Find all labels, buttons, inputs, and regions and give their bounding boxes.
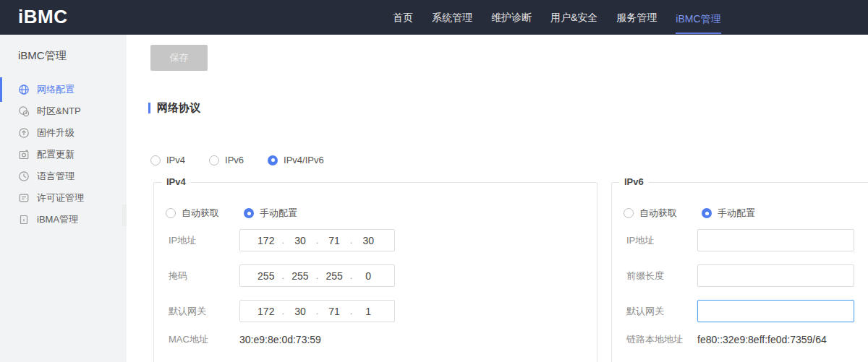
ipv6-link-local-row: 链路本地地址 fe80::32e9:8eff:fe0d:7359/64 xyxy=(626,333,827,346)
sidebar-item-license-management[interactable]: 许可证管理 xyxy=(0,187,127,209)
ipv4-gateway-row: 默认网关 172. 30. 71. 1 xyxy=(169,300,395,322)
ipv6-gateway-row: 默认网关 xyxy=(626,300,854,322)
sidebar-item-language-management[interactable]: 语言管理 xyxy=(0,165,127,187)
sidebar-item-label: 许可证管理 xyxy=(37,191,84,204)
sidebar-item-ibma-management[interactable]: iBMA管理 xyxy=(0,209,127,230)
ip-octet[interactable]: 172 xyxy=(250,306,282,317)
nav-user-security[interactable]: 用户&安全 xyxy=(550,0,597,35)
sidebar-menu: 网络配置 时区&NTP 固件升级 配置更新 语言管理 xyxy=(0,79,127,230)
protocol-radio-group: IPv4 IPv6 IPv4/IPv6 xyxy=(150,155,348,165)
ipv6-gateway-input[interactable] xyxy=(697,300,854,322)
field-label: 默认网关 xyxy=(626,305,697,318)
field-label: MAC地址 xyxy=(169,333,239,346)
sidebar-item-label: 网络配置 xyxy=(37,83,75,96)
ip-octet[interactable]: 30 xyxy=(352,235,384,246)
top-header: iBMC 首页 系统管理 维护诊断 用户&安全 服务管理 iBMC管理 xyxy=(0,0,868,35)
ipv6-panel: IPv6 自动获取 手动配置 IP地址 前缀长度 默认 xyxy=(611,182,868,362)
ipv4-mac-row: MAC地址 30:e9:8e:0d:73:59 xyxy=(169,333,321,346)
ipv6-ip-row: IP地址 xyxy=(626,229,854,251)
config-update-icon xyxy=(18,149,30,160)
main-content: 保存 网络协议 IPv4 IPv6 IPv4/IPv6 IPv4 自动获取 xyxy=(127,35,868,362)
network-icon xyxy=(18,84,30,95)
ip-octet[interactable]: 71 xyxy=(318,306,350,317)
section-header: 网络协议 xyxy=(148,101,200,115)
ip-octet[interactable]: 30 xyxy=(284,235,316,246)
field-label: 默认网关 xyxy=(169,305,239,318)
license-icon xyxy=(18,192,30,204)
sidebar-item-config-update[interactable]: 配置更新 xyxy=(0,144,127,165)
nav-maintenance-diagnosis[interactable]: 维护诊断 xyxy=(491,0,532,35)
sidebar: iBMC管理 网络配置 时区&NTP 固件升级 配置更新 xyxy=(0,35,127,362)
language-icon xyxy=(18,171,30,182)
ip-octet[interactable]: 1 xyxy=(352,306,384,317)
link-local-address-value: fe80::32e9:8eff:fe0d:7359/64 xyxy=(697,334,827,345)
ipv4-ip-row: IP地址 172. 30. 71. 30 xyxy=(169,229,395,251)
sidebar-item-firmware-upgrade[interactable]: 固件升级 xyxy=(0,122,127,144)
ipv6-mode-radio-group: 自动获取 手动配置 xyxy=(624,207,780,220)
ipv4-ip-input[interactable]: 172. 30. 71. 30 xyxy=(239,229,395,251)
ibma-icon xyxy=(18,214,30,225)
page-title: 网络协议 xyxy=(157,101,200,115)
ip-octet[interactable]: 0 xyxy=(352,270,384,282)
sidebar-item-network-config[interactable]: 网络配置 xyxy=(0,79,127,100)
radio-circle-icon xyxy=(244,208,254,218)
ip-octet[interactable]: 30 xyxy=(284,306,316,317)
section-accent-bar xyxy=(148,103,150,113)
ipv4-radio-auto[interactable]: 自动获取 xyxy=(166,207,219,220)
timezone-icon xyxy=(18,105,30,117)
radio-circle-icon xyxy=(166,208,176,218)
top-navigation: 首页 系统管理 维护诊断 用户&安全 服务管理 iBMC管理 xyxy=(393,0,721,35)
sidebar-item-timezone-ntp[interactable]: 时区&NTP xyxy=(0,100,127,122)
field-label: 链路本地地址 xyxy=(626,333,697,346)
sidebar-item-label: 配置更新 xyxy=(37,148,75,161)
radio-circle-icon xyxy=(150,155,161,165)
ipv4-radio-manual[interactable]: 手动配置 xyxy=(244,207,297,220)
sidebar-item-label: 语言管理 xyxy=(37,170,75,183)
ipv4-gateway-input[interactable]: 172. 30. 71. 1 xyxy=(239,300,395,322)
ip-octet[interactable]: 71 xyxy=(318,235,350,246)
sidebar-title: iBMC管理 xyxy=(0,35,127,63)
radio-ipv4-ipv6[interactable]: IPv4/IPv6 xyxy=(268,155,324,165)
field-label: 掩码 xyxy=(169,270,239,283)
ipv4-panel-legend: IPv4 xyxy=(161,176,191,187)
sidebar-item-label: iBMA管理 xyxy=(37,213,78,226)
radio-circle-icon xyxy=(209,155,219,165)
ip-octet[interactable]: 255 xyxy=(318,270,350,282)
ipv6-ip-input[interactable] xyxy=(697,229,854,251)
ipv6-radio-auto[interactable]: 自动获取 xyxy=(624,207,677,220)
save-button[interactable]: 保存 xyxy=(150,45,208,71)
firmware-upgrade-icon xyxy=(18,127,30,139)
ipv4-mode-radio-group: 自动获取 手动配置 xyxy=(166,207,322,220)
radio-circle-icon xyxy=(268,155,278,165)
nav-home[interactable]: 首页 xyxy=(393,0,413,35)
ipv4-panel: IPv4 自动获取 手动配置 IP地址 172. 30. 71. 30 xyxy=(153,182,597,362)
radio-ipv6[interactable]: IPv6 xyxy=(209,155,244,165)
sidebar-item-label: 固件升级 xyxy=(37,126,75,139)
nav-ibmc-management[interactable]: iBMC管理 xyxy=(676,1,720,34)
ipv6-prefix-row: 前缀长度 xyxy=(626,264,854,287)
sidebar-item-label: 时区&NTP xyxy=(37,105,81,118)
field-label: 前缀长度 xyxy=(626,270,697,283)
mac-address-value: 30:e9:8e:0d:73:59 xyxy=(239,334,321,345)
ipv6-panel-legend: IPv6 xyxy=(619,176,649,187)
ipv6-prefix-input[interactable] xyxy=(697,264,854,287)
nav-system-management[interactable]: 系统管理 xyxy=(432,0,472,35)
ip-octet[interactable]: 172 xyxy=(250,235,282,246)
radio-circle-icon xyxy=(702,208,712,218)
ipv4-mask-input[interactable]: 255. 255. 255. 0 xyxy=(239,264,395,287)
ibmc-logo: iBMC xyxy=(18,6,67,28)
protocol-panels: IPv4 自动获取 手动配置 IP地址 172. 30. 71. 30 xyxy=(153,182,868,362)
ipv6-radio-manual[interactable]: 手动配置 xyxy=(702,207,755,220)
field-label: IP地址 xyxy=(626,234,697,247)
field-label: IP地址 xyxy=(169,234,239,247)
nav-service-management[interactable]: 服务管理 xyxy=(616,0,657,35)
radio-circle-icon xyxy=(624,208,634,218)
ip-octet[interactable]: 255 xyxy=(284,270,316,282)
radio-ipv4[interactable]: IPv4 xyxy=(150,155,185,165)
ip-octet[interactable]: 255 xyxy=(250,270,282,282)
ipv4-mask-row: 掩码 255. 255. 255. 0 xyxy=(169,264,395,287)
